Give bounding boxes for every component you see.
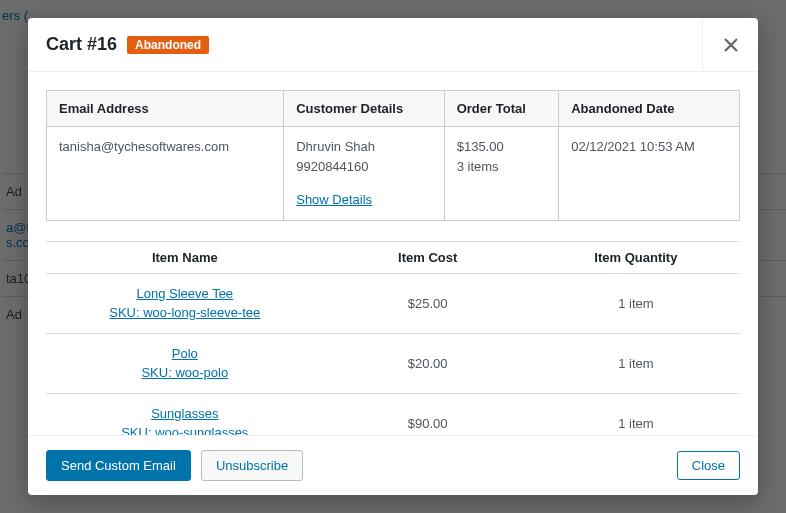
col-total: Order Total: [444, 91, 558, 127]
send-email-button[interactable]: Send Custom Email: [46, 450, 191, 481]
cart-modal: Cart #16 Abandoned Email Address Custome…: [28, 18, 758, 495]
cell-item-name: Polo SKU: woo-polo: [46, 333, 324, 393]
cell-item-qty: 1 item: [532, 333, 740, 393]
cell-item-cost: $20.00: [324, 333, 532, 393]
item-sku-link[interactable]: SKU: woo-sunglasses: [121, 425, 248, 435]
table-row: Long Sleeve Tee SKU: woo-long-sleeve-tee…: [46, 273, 740, 333]
show-details-link[interactable]: Show Details: [296, 190, 372, 210]
item-sku-link[interactable]: SKU: woo-polo: [141, 365, 228, 380]
modal-footer: Send Custom Email Unsubscribe Close: [28, 435, 758, 495]
close-icon[interactable]: [702, 18, 758, 71]
unsubscribe-button[interactable]: Unsubscribe: [201, 450, 303, 481]
status-badge: Abandoned: [127, 36, 209, 54]
cell-item-qty: 1 item: [532, 393, 740, 435]
cell-item-name: Sunglasses SKU: woo-sunglasses: [46, 393, 324, 435]
total-items: 3 items: [457, 157, 546, 177]
item-sku-link[interactable]: SKU: woo-long-sleeve-tee: [109, 305, 260, 320]
total-amount: $135.00: [457, 137, 546, 157]
cell-customer: Dhruvin Shah 9920844160 Show Details: [284, 127, 444, 221]
col-item-cost: Item Cost: [324, 241, 532, 273]
table-row: Sunglasses SKU: woo-sunglasses $90.00 1 …: [46, 393, 740, 435]
col-email: Email Address: [47, 91, 284, 127]
cart-items-table: Item Name Item Cost Item Quantity Long S…: [46, 241, 740, 436]
col-customer: Customer Details: [284, 91, 444, 127]
modal-body: Email Address Customer Details Order Tot…: [28, 72, 758, 435]
item-name-link[interactable]: Long Sleeve Tee: [136, 286, 233, 301]
modal-title-area: Cart #16 Abandoned: [28, 18, 702, 71]
cell-item-cost: $90.00: [324, 393, 532, 435]
cell-total: $135.00 3 items: [444, 127, 558, 221]
table-row: Polo SKU: woo-polo $20.00 1 item: [46, 333, 740, 393]
customer-phone: 9920844160: [296, 157, 431, 177]
customer-name: Dhruvin Shah: [296, 137, 431, 157]
modal-title: Cart #16: [46, 34, 117, 55]
close-button[interactable]: Close: [677, 451, 740, 480]
modal-header: Cart #16 Abandoned: [28, 18, 758, 72]
cell-email: tanisha@tychesoftwares.com: [47, 127, 284, 221]
cell-item-name: Long Sleeve Tee SKU: woo-long-sleeve-tee: [46, 273, 324, 333]
item-name-link[interactable]: Sunglasses: [151, 406, 218, 421]
info-row: tanisha@tychesoftwares.com Dhruvin Shah …: [47, 127, 740, 221]
cell-date: 02/12/2021 10:53 AM: [559, 127, 740, 221]
item-name-link[interactable]: Polo: [172, 346, 198, 361]
cart-info-table: Email Address Customer Details Order Tot…: [46, 90, 740, 221]
cell-item-cost: $25.00: [324, 273, 532, 333]
col-item-name: Item Name: [46, 241, 324, 273]
col-date: Abandoned Date: [559, 91, 740, 127]
col-item-qty: Item Quantity: [532, 241, 740, 273]
cell-item-qty: 1 item: [532, 273, 740, 333]
